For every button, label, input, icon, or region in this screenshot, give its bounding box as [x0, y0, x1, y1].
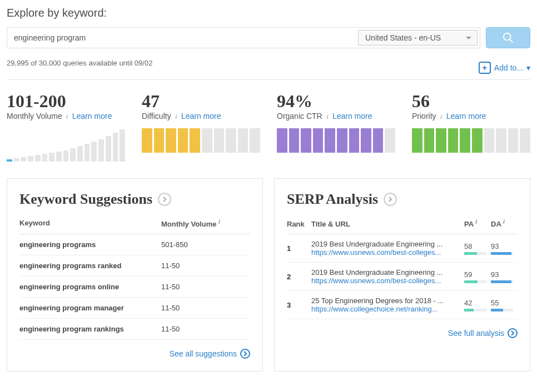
metric-label: Priority: [412, 112, 436, 120]
bar: [349, 128, 360, 153]
keyword-cell: engineering program manager: [19, 304, 161, 312]
title-url-cell: 2019 Best Undergraduate Engineering ...h…: [311, 268, 464, 285]
col-volume-header: Monthly Volume i: [161, 219, 250, 228]
metric-difficulty: 47 Difficulty i Learn more: [142, 91, 260, 162]
table-row[interactable]: 325 Top Engineering Degrees for 2018 - .…: [287, 291, 518, 319]
bar: [238, 128, 248, 153]
keyword-search-input[interactable]: engineering program United States - en-U…: [7, 27, 480, 48]
metric-value: 101-200: [7, 91, 125, 112]
info-icon[interactable]: i: [503, 219, 505, 225]
bar: [142, 128, 152, 153]
table-row[interactable]: engineering program manager11-50: [19, 298, 250, 319]
bar: [28, 156, 33, 162]
da-bar: [491, 309, 513, 311]
col-pa-header: PA i: [464, 219, 491, 228]
keyword-cell: engineering programs online: [19, 283, 161, 291]
learn-more-link[interactable]: Learn more: [332, 112, 372, 120]
da-bar: [491, 252, 513, 255]
da-cell: 55: [491, 299, 518, 311]
col-keyword-header: Keyword: [19, 219, 161, 228]
bar: [35, 155, 41, 162]
serp-title: 2019 Best Undergraduate Engineering ...: [311, 240, 460, 248]
priority-chart: [412, 128, 530, 153]
pa-bar: [464, 280, 486, 283]
da-cell: 93: [491, 242, 518, 255]
bar: [98, 139, 104, 162]
locale-selected-label: United States - en-US: [365, 33, 441, 42]
volume-cell: 501-850: [161, 240, 250, 249]
rank-cell: 2: [287, 273, 311, 281]
see-all-suggestions-link[interactable]: See all suggestions: [170, 349, 250, 359]
bar: [460, 128, 470, 153]
table-row[interactable]: engineering programs online11-50: [19, 277, 250, 298]
info-icon[interactable]: i: [176, 114, 177, 120]
info-icon[interactable]: i: [67, 114, 68, 120]
bar: [154, 128, 165, 153]
bar: [190, 128, 200, 153]
search-button[interactable]: [486, 27, 530, 48]
table-row[interactable]: engineering programs501-850: [19, 234, 250, 255]
info-icon[interactable]: i: [218, 219, 220, 225]
search-icon: [502, 32, 514, 44]
learn-more-link[interactable]: Learn more: [446, 112, 486, 120]
bar: [520, 128, 530, 153]
bar: [214, 128, 225, 153]
bar: [14, 158, 19, 162]
metric-label: Difficulty: [142, 112, 171, 120]
table-row[interactable]: 22019 Best Undergraduate Engineering ...…: [287, 263, 518, 291]
title-url-cell: 25 Top Engineering Degrees for 2018 - ..…: [311, 296, 464, 313]
metric-ctr: 94% Organic CTR i Learn more: [277, 91, 395, 162]
col-da-header: DA i: [491, 219, 518, 228]
info-icon[interactable]: i: [475, 219, 477, 225]
serp-url[interactable]: https://www.collegechoice.net/ranking...: [311, 305, 460, 313]
bar: [496, 128, 506, 153]
bar: [56, 152, 62, 162]
chevron-right-icon: [240, 349, 250, 359]
expand-icon[interactable]: [384, 193, 397, 206]
bar: [337, 128, 347, 153]
learn-more-link[interactable]: Learn more: [72, 112, 112, 120]
bar: [166, 128, 176, 153]
bar: [325, 128, 335, 153]
serp-title: 2019 Best Undergraduate Engineering ...: [311, 268, 460, 277]
info-icon[interactable]: i: [327, 114, 328, 120]
quota-text: 29,995 of 30,000 queries available until…: [7, 59, 152, 67]
serp-url[interactable]: https://www.usnews.com/best-colleges...: [311, 248, 460, 257]
metric-priority: 56 Priority i Learn more: [412, 91, 530, 162]
bar: [106, 136, 111, 162]
volume-chart: [7, 128, 125, 162]
bar: [178, 128, 188, 153]
serp-title: 25 Top Engineering Degrees for 2018 - ..…: [311, 296, 460, 305]
expand-icon[interactable]: [158, 193, 171, 206]
metric-volume: 101-200 Monthly Volume i Learn more: [7, 91, 125, 162]
explore-label: Explore by keyword:: [7, 7, 530, 19]
volume-cell: 11-50: [161, 325, 250, 333]
keyword-cell: engineering program rankings: [19, 325, 161, 333]
panel-title: Keyword Suggestions: [19, 191, 152, 208]
da-cell: 93: [491, 270, 518, 283]
bar: [448, 128, 459, 153]
see-full-analysis-link[interactable]: See full analysis: [448, 328, 518, 338]
table-row[interactable]: 12019 Best Undergraduate Engineering ...…: [287, 234, 518, 263]
serp-url[interactable]: https://www.usnews.com/best-colleges...: [311, 277, 460, 285]
svg-point-0: [504, 33, 511, 41]
table-row[interactable]: engineering programs ranked11-50: [19, 255, 250, 277]
bar: [84, 144, 90, 162]
add-to-button[interactable]: + Add to... ▾: [479, 62, 530, 74]
table-row[interactable]: engineering program rankings11-50: [19, 319, 250, 340]
chevron-right-icon: [508, 328, 518, 338]
bar: [412, 128, 422, 153]
table-header: Rank Title & URL PA i DA i: [287, 219, 518, 234]
add-to-label: Add to...: [494, 63, 523, 72]
rank-cell: 1: [287, 244, 311, 253]
learn-more-link[interactable]: Learn more: [181, 112, 221, 120]
info-icon[interactable]: i: [441, 114, 442, 120]
dropdown-caret-icon: ▾: [526, 63, 530, 72]
volume-cell: 11-50: [161, 283, 250, 291]
metric-label: Organic CTR: [277, 112, 322, 120]
locale-select[interactable]: United States - en-US: [358, 30, 478, 46]
rank-cell: 3: [287, 301, 311, 309]
panel-title: SERP Analysis: [287, 191, 378, 208]
bar: [70, 148, 76, 162]
divider: [7, 79, 530, 80]
